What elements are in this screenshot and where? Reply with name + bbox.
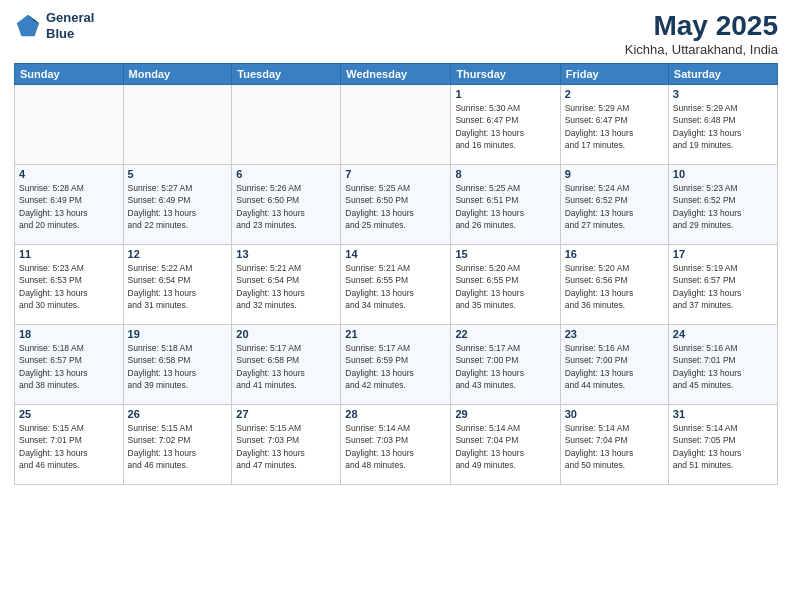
day-info: Sunrise: 5:27 AM Sunset: 6:49 PM Dayligh…	[128, 182, 228, 231]
calendar-cell: 24Sunrise: 5:16 AM Sunset: 7:01 PM Dayli…	[668, 325, 777, 405]
calendar-week-4: 18Sunrise: 5:18 AM Sunset: 6:57 PM Dayli…	[15, 325, 778, 405]
calendar-week-1: 1Sunrise: 5:30 AM Sunset: 6:47 PM Daylig…	[15, 85, 778, 165]
calendar-cell: 22Sunrise: 5:17 AM Sunset: 7:00 PM Dayli…	[451, 325, 560, 405]
calendar-cell: 18Sunrise: 5:18 AM Sunset: 6:57 PM Dayli…	[15, 325, 124, 405]
day-number: 3	[673, 88, 773, 100]
day-number: 5	[128, 168, 228, 180]
calendar-cell: 5Sunrise: 5:27 AM Sunset: 6:49 PM Daylig…	[123, 165, 232, 245]
day-info: Sunrise: 5:22 AM Sunset: 6:54 PM Dayligh…	[128, 262, 228, 311]
calendar-cell: 23Sunrise: 5:16 AM Sunset: 7:00 PM Dayli…	[560, 325, 668, 405]
day-number: 13	[236, 248, 336, 260]
calendar-cell: 11Sunrise: 5:23 AM Sunset: 6:53 PM Dayli…	[15, 245, 124, 325]
header-day-friday: Friday	[560, 64, 668, 85]
day-number: 9	[565, 168, 664, 180]
day-info: Sunrise: 5:28 AM Sunset: 6:49 PM Dayligh…	[19, 182, 119, 231]
day-info: Sunrise: 5:18 AM Sunset: 6:57 PM Dayligh…	[19, 342, 119, 391]
calendar-cell: 15Sunrise: 5:20 AM Sunset: 6:55 PM Dayli…	[451, 245, 560, 325]
calendar-table: SundayMondayTuesdayWednesdayThursdayFrid…	[14, 63, 778, 485]
day-number: 4	[19, 168, 119, 180]
day-info: Sunrise: 5:15 AM Sunset: 7:03 PM Dayligh…	[236, 422, 336, 471]
day-info: Sunrise: 5:14 AM Sunset: 7:04 PM Dayligh…	[565, 422, 664, 471]
header-day-wednesday: Wednesday	[341, 64, 451, 85]
day-info: Sunrise: 5:21 AM Sunset: 6:55 PM Dayligh…	[345, 262, 446, 311]
calendar-cell: 10Sunrise: 5:23 AM Sunset: 6:52 PM Dayli…	[668, 165, 777, 245]
day-number: 26	[128, 408, 228, 420]
calendar-week-3: 11Sunrise: 5:23 AM Sunset: 6:53 PM Dayli…	[15, 245, 778, 325]
calendar-cell: 21Sunrise: 5:17 AM Sunset: 6:59 PM Dayli…	[341, 325, 451, 405]
calendar-cell: 19Sunrise: 5:18 AM Sunset: 6:58 PM Dayli…	[123, 325, 232, 405]
day-number: 15	[455, 248, 555, 260]
day-number: 27	[236, 408, 336, 420]
calendar-cell: 3Sunrise: 5:29 AM Sunset: 6:48 PM Daylig…	[668, 85, 777, 165]
calendar-cell: 9Sunrise: 5:24 AM Sunset: 6:52 PM Daylig…	[560, 165, 668, 245]
day-number: 6	[236, 168, 336, 180]
day-number: 24	[673, 328, 773, 340]
calendar-week-5: 25Sunrise: 5:15 AM Sunset: 7:01 PM Dayli…	[15, 405, 778, 485]
day-info: Sunrise: 5:21 AM Sunset: 6:54 PM Dayligh…	[236, 262, 336, 311]
day-number: 18	[19, 328, 119, 340]
calendar-cell: 25Sunrise: 5:15 AM Sunset: 7:01 PM Dayli…	[15, 405, 124, 485]
day-number: 30	[565, 408, 664, 420]
day-number: 7	[345, 168, 446, 180]
calendar-body: 1Sunrise: 5:30 AM Sunset: 6:47 PM Daylig…	[15, 85, 778, 485]
header-day-monday: Monday	[123, 64, 232, 85]
calendar-cell	[341, 85, 451, 165]
month-title: May 2025	[625, 10, 778, 42]
day-number: 2	[565, 88, 664, 100]
day-info: Sunrise: 5:14 AM Sunset: 7:04 PM Dayligh…	[455, 422, 555, 471]
calendar-cell: 14Sunrise: 5:21 AM Sunset: 6:55 PM Dayli…	[341, 245, 451, 325]
header-day-saturday: Saturday	[668, 64, 777, 85]
header-day-tuesday: Tuesday	[232, 64, 341, 85]
header-day-thursday: Thursday	[451, 64, 560, 85]
day-number: 8	[455, 168, 555, 180]
day-number: 19	[128, 328, 228, 340]
location-subtitle: Kichha, Uttarakhand, India	[625, 42, 778, 57]
calendar-cell: 30Sunrise: 5:14 AM Sunset: 7:04 PM Dayli…	[560, 405, 668, 485]
day-number: 12	[128, 248, 228, 260]
calendar-cell: 12Sunrise: 5:22 AM Sunset: 6:54 PM Dayli…	[123, 245, 232, 325]
calendar-cell: 26Sunrise: 5:15 AM Sunset: 7:02 PM Dayli…	[123, 405, 232, 485]
day-info: Sunrise: 5:17 AM Sunset: 7:00 PM Dayligh…	[455, 342, 555, 391]
calendar-cell: 2Sunrise: 5:29 AM Sunset: 6:47 PM Daylig…	[560, 85, 668, 165]
day-number: 22	[455, 328, 555, 340]
day-number: 11	[19, 248, 119, 260]
svg-marker-0	[17, 14, 39, 35]
calendar-cell: 16Sunrise: 5:20 AM Sunset: 6:56 PM Dayli…	[560, 245, 668, 325]
day-number: 16	[565, 248, 664, 260]
calendar-cell	[123, 85, 232, 165]
day-info: Sunrise: 5:25 AM Sunset: 6:51 PM Dayligh…	[455, 182, 555, 231]
day-number: 31	[673, 408, 773, 420]
calendar-cell	[232, 85, 341, 165]
calendar-cell: 17Sunrise: 5:19 AM Sunset: 6:57 PM Dayli…	[668, 245, 777, 325]
day-number: 14	[345, 248, 446, 260]
calendar-cell: 6Sunrise: 5:26 AM Sunset: 6:50 PM Daylig…	[232, 165, 341, 245]
logo-text: General Blue	[46, 10, 94, 41]
day-number: 23	[565, 328, 664, 340]
day-number: 28	[345, 408, 446, 420]
day-info: Sunrise: 5:23 AM Sunset: 6:52 PM Dayligh…	[673, 182, 773, 231]
calendar-container: General Blue May 2025 Kichha, Uttarakhan…	[0, 0, 792, 612]
day-info: Sunrise: 5:26 AM Sunset: 6:50 PM Dayligh…	[236, 182, 336, 231]
day-info: Sunrise: 5:15 AM Sunset: 7:01 PM Dayligh…	[19, 422, 119, 471]
day-info: Sunrise: 5:19 AM Sunset: 6:57 PM Dayligh…	[673, 262, 773, 311]
day-info: Sunrise: 5:16 AM Sunset: 7:00 PM Dayligh…	[565, 342, 664, 391]
day-info: Sunrise: 5:30 AM Sunset: 6:47 PM Dayligh…	[455, 102, 555, 151]
calendar-cell: 7Sunrise: 5:25 AM Sunset: 6:50 PM Daylig…	[341, 165, 451, 245]
day-number: 25	[19, 408, 119, 420]
day-info: Sunrise: 5:14 AM Sunset: 7:03 PM Dayligh…	[345, 422, 446, 471]
day-info: Sunrise: 5:29 AM Sunset: 6:47 PM Dayligh…	[565, 102, 664, 151]
day-info: Sunrise: 5:17 AM Sunset: 6:59 PM Dayligh…	[345, 342, 446, 391]
calendar-cell: 27Sunrise: 5:15 AM Sunset: 7:03 PM Dayli…	[232, 405, 341, 485]
calendar-cell: 20Sunrise: 5:17 AM Sunset: 6:58 PM Dayli…	[232, 325, 341, 405]
day-info: Sunrise: 5:17 AM Sunset: 6:58 PM Dayligh…	[236, 342, 336, 391]
calendar-cell: 28Sunrise: 5:14 AM Sunset: 7:03 PM Dayli…	[341, 405, 451, 485]
calendar-cell: 31Sunrise: 5:14 AM Sunset: 7:05 PM Dayli…	[668, 405, 777, 485]
day-number: 29	[455, 408, 555, 420]
day-info: Sunrise: 5:29 AM Sunset: 6:48 PM Dayligh…	[673, 102, 773, 151]
day-info: Sunrise: 5:24 AM Sunset: 6:52 PM Dayligh…	[565, 182, 664, 231]
header: General Blue May 2025 Kichha, Uttarakhan…	[14, 10, 778, 57]
day-info: Sunrise: 5:14 AM Sunset: 7:05 PM Dayligh…	[673, 422, 773, 471]
title-block: May 2025 Kichha, Uttarakhand, India	[625, 10, 778, 57]
day-number: 20	[236, 328, 336, 340]
day-info: Sunrise: 5:20 AM Sunset: 6:55 PM Dayligh…	[455, 262, 555, 311]
